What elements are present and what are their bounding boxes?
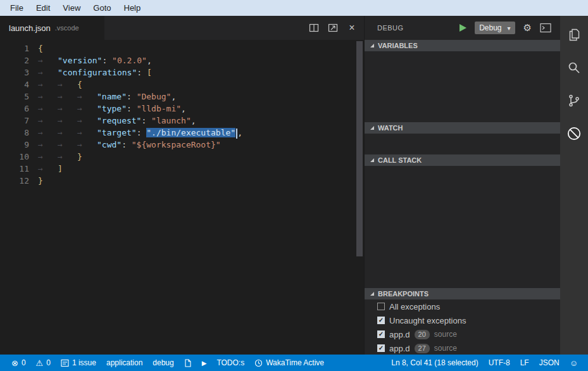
code-line-11[interactable]: 11→] [0,163,364,175]
breakpoint-checkbox[interactable] [377,303,385,310]
code-token: "configurations" [58,68,137,77]
status-bar-right: Ln 8, Col 41 (18 selected) UTF-8 LF JSON… [386,355,588,371]
file-status[interactable] [179,355,197,371]
breakpoint-label: All exceptions [389,302,440,311]
split-editor-icon[interactable] [308,22,320,34]
todo-label: TODO:s [216,358,244,367]
warning-icon: ⚠ [36,359,44,367]
explorer-icon[interactable] [566,27,582,43]
breakpoint-checkbox[interactable]: ✓ [377,317,385,324]
main-area: launch.json .vscode × [0,16,588,355]
close-icon[interactable]: × [346,22,358,34]
code-token: { [77,80,82,89]
line-number: 12 [0,175,29,187]
variables-section-body [365,51,560,122]
tab-launch-json[interactable]: launch.json .vscode [0,16,104,40]
code-token: "lldb-mi" [137,104,181,113]
code-line-5[interactable]: 5→→→"name": "Debug", [0,91,364,103]
source-control-icon[interactable] [566,92,582,109]
warning-count[interactable]: ⚠ 0 [31,355,56,371]
code-token: } [38,176,43,186]
tab-whitespace-icon: → [58,151,77,163]
open-preview-icon[interactable] [327,22,339,34]
scrollbar-thumb[interactable] [356,41,363,256]
section-title: CALL STACK [378,156,422,164]
tab-folder-label: .vscode [55,24,79,32]
tab-whitespace-icon: → [38,163,58,175]
code-token: "launch" [151,116,191,125]
menu-item-edit[interactable]: Edit [30,0,56,16]
code-token: "target" [97,128,137,137]
encoding-selector[interactable]: UTF-8 [484,355,515,371]
breakpoint-checkbox[interactable]: ✓ [377,344,385,352]
close-glyph: × [349,23,354,33]
breakpoint-label: app.d [389,330,410,339]
debug-sidebar: DEBUG Debug ▾ ⚙ VARI [364,16,560,355]
breakpoint-checkbox[interactable]: ✓ [377,330,385,338]
build-config-selector[interactable]: application [101,355,147,371]
code-token: , [191,116,196,125]
breakpoint-detail: source [434,330,457,339]
breakpoint-row[interactable]: ✓Uncaught exceptions [365,313,560,327]
search-icon[interactable] [566,60,582,76]
editor-scrollbar[interactable] [355,40,364,355]
menu-item-goto[interactable]: Goto [87,0,117,16]
menu-item-file[interactable]: File [4,0,30,16]
code-token: "cwd" [97,140,122,149]
code-token: "request" [97,116,141,125]
code-line-4[interactable]: 4→→{ [0,79,364,91]
feedback-smiley[interactable]: ☺ [565,355,583,371]
line-number: 1 [0,42,29,54]
code-token: } [77,152,82,161]
wakatime-status[interactable]: WakaTime Active [249,355,329,371]
debug-config-dropdown[interactable]: Debug ▾ [475,22,515,34]
todo-status[interactable]: TODO:s [211,355,249,371]
tab-whitespace-icon: → [77,103,97,115]
language-label: JSON [539,358,560,367]
code-line-9[interactable]: 9→→→"cwd": "${workspaceRoot}" [0,139,364,151]
language-selector[interactable]: JSON [534,355,565,371]
build-type-selector[interactable]: debug [147,355,178,371]
code-line-7[interactable]: 7→→→"request": "launch", [0,115,364,127]
line-number: 9 [0,139,29,151]
code-line-1[interactable]: 1{ [0,42,364,54]
code-token: : [137,128,147,137]
section-header-breakpoints[interactable]: BREAKPOINTS [365,288,560,299]
start-debug-icon[interactable] [460,24,466,32]
code-editor[interactable]: 1{2→"version": "0.2.0",3→"configurations… [0,40,364,355]
menu-item-help[interactable]: Help [118,0,147,16]
code-token: : [122,140,132,149]
breakpoint-row[interactable]: ✓app.d27source [365,341,560,355]
tab-whitespace-icon: → [38,127,58,139]
debug-icon[interactable] [566,125,582,142]
tab-whitespace-icon: → [58,103,77,115]
menu-item-view[interactable]: View [56,0,87,16]
code-line-12[interactable]: 12} [0,175,364,187]
breakpoint-row[interactable]: All exceptions [365,299,560,313]
run-build-button[interactable]: ▶ [197,355,212,371]
gear-icon[interactable]: ⚙ [523,22,532,34]
debug-console-icon[interactable] [540,22,551,34]
code-line-6[interactable]: 6→→→"type": "lldb-mi", [0,103,364,115]
line-content: →] [38,163,63,175]
section-header-call-stack[interactable]: CALL STACK [365,154,560,166]
error-count-value: 0 [22,358,26,367]
code-token: : [127,92,137,101]
tab-whitespace-icon: → [38,103,58,115]
section-header-variables[interactable]: VARIABLES [365,40,560,51]
debug-controls: Debug ▾ ⚙ [460,22,551,34]
code-line-10[interactable]: 10→→} [0,151,364,163]
section-title: VARIABLES [378,42,418,49]
code-line-2[interactable]: 2→"version": "0.2.0", [0,54,364,66]
breakpoint-row[interactable]: ✓app.d20source [365,327,560,341]
debug-panel-title: DEBUG [377,24,404,32]
code-line-3[interactable]: 3→"configurations": [ [0,66,364,79]
code-token: { [38,44,43,53]
section-header-watch[interactable]: WATCH [365,122,560,134]
issues-status[interactable]: 1 issue [56,355,101,371]
cursor-position[interactable]: Ln 8, Col 41 (18 selected) [386,355,483,371]
error-count[interactable]: ⊗ 0 [6,355,31,371]
tab-title: launch.json [9,23,51,33]
eol-selector[interactable]: LF [515,355,534,371]
code-line-8[interactable]: 8→→→"target": "./bin/executable", [0,127,364,139]
